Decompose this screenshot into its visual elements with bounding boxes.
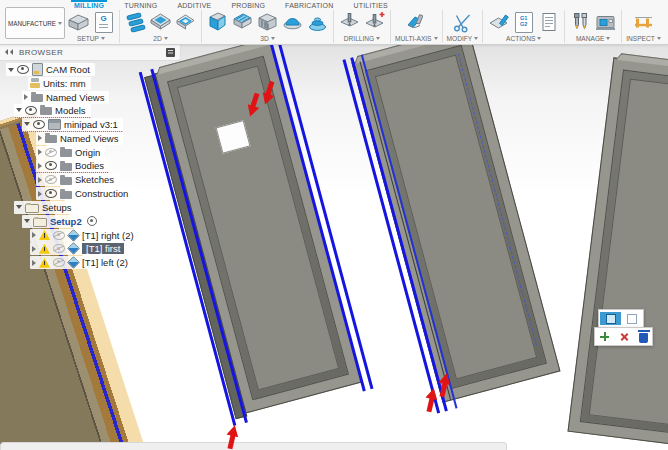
browser-row-cam-root[interactable]: CAM Root: [0, 63, 176, 76]
eye-icon[interactable]: [53, 258, 65, 267]
browser-row-construction[interactable]: Construction: [0, 187, 176, 200]
post-process-icon[interactable]: G1G2: [512, 11, 535, 34]
eye-icon[interactable]: [17, 65, 29, 74]
3d-horizontal-icon[interactable]: [281, 11, 304, 34]
cam-root-icon: [32, 63, 43, 76]
drill-icon[interactable]: [338, 11, 361, 34]
remove-icon[interactable]: [619, 331, 630, 342]
eye-icon[interactable]: [45, 148, 57, 157]
browser-row-named-views[interactable]: Named Views: [0, 91, 176, 104]
group-label-modify[interactable]: MODIFY: [447, 35, 479, 42]
browser-row-op-right[interactable]: [T1] right (2): [0, 229, 176, 242]
folder-icon: [60, 149, 72, 157]
dropdown-caret-icon: [164, 37, 168, 40]
new-setup-icon[interactable]: [67, 11, 90, 34]
expander-icon[interactable]: [24, 219, 30, 223]
dropdown-caret-icon: [657, 37, 661, 40]
group-label-actions[interactable]: ACTIONS: [506, 35, 541, 42]
tab-utilities[interactable]: UTILITIES: [343, 0, 397, 10]
tool-library-icon[interactable]: [569, 11, 592, 34]
browser-row-minipad[interactable]: minipad v3:1: [0, 118, 176, 131]
expander-icon[interactable]: [8, 68, 14, 72]
model-panel-3[interactable]: [568, 57, 668, 447]
2d-contour-icon[interactable]: [174, 11, 197, 34]
add-icon[interactable]: [599, 331, 610, 342]
browser-row-sketches[interactable]: Sketches: [0, 173, 176, 186]
expander-icon[interactable]: [38, 191, 42, 197]
row-label: Units: mm: [43, 78, 86, 89]
delete-icon[interactable]: [639, 333, 648, 343]
expander-icon[interactable]: [16, 108, 22, 112]
browser-row-models[interactable]: Models: [0, 104, 176, 117]
eye-icon[interactable]: [45, 161, 57, 170]
workspace-switcher-button[interactable]: MANUFACTURE: [5, 7, 65, 39]
3d-adaptive-icon[interactable]: [206, 11, 229, 34]
3d-spiral-icon[interactable]: [306, 11, 329, 34]
expander-icon[interactable]: [16, 205, 22, 209]
machine-library-icon[interactable]: [594, 11, 617, 34]
ribbon-groups: G SETUP 2D: [63, 10, 665, 43]
expander-icon[interactable]: [38, 177, 42, 183]
expander-icon[interactable]: [24, 122, 30, 126]
generate-toolpath-icon[interactable]: [487, 11, 510, 34]
nc-program-icon[interactable]: G: [92, 11, 115, 34]
thread-drill-icon[interactable]: [363, 11, 386, 34]
browser-row-named-views-2[interactable]: Named Views: [0, 132, 176, 145]
swarf-icon[interactable]: [405, 11, 428, 34]
browser-row-op-first[interactable]: [T1] first: [0, 242, 176, 255]
component-icon: [48, 119, 61, 130]
setup-sheet-icon[interactable]: [537, 11, 560, 34]
expander-icon[interactable]: [38, 135, 42, 141]
eye-icon[interactable]: [45, 189, 57, 198]
measure-icon[interactable]: [632, 11, 655, 34]
selection-filled-square-icon[interactable]: [600, 312, 621, 325]
2d-pocket-icon[interactable]: [124, 11, 147, 34]
face-icon[interactable]: [149, 11, 172, 34]
tab-milling[interactable]: MILLING: [64, 0, 114, 10]
collapse-panel-icon[interactable]: [5, 48, 14, 56]
tab-probing[interactable]: PROBING: [221, 0, 275, 10]
browser-row-setups[interactable]: Setups: [0, 201, 176, 214]
browser-row-setup2[interactable]: Setup2: [0, 215, 176, 228]
group-label-2d[interactable]: 2D: [153, 35, 167, 42]
group-label-drilling[interactable]: DRILLING: [344, 35, 380, 42]
browser-menu-icon[interactable]: [166, 48, 175, 57]
browser-row-origin[interactable]: Origin: [0, 146, 176, 159]
row-label: Origin: [75, 147, 100, 158]
units-icon: [30, 78, 40, 88]
group-label-manage[interactable]: MANAGE: [576, 35, 611, 42]
expander-icon[interactable]: [32, 246, 36, 252]
tab-fabrication[interactable]: FABRICATION: [275, 0, 343, 10]
eye-icon[interactable]: [33, 120, 45, 129]
warning-icon: [39, 258, 50, 268]
3d-parallel-icon[interactable]: [231, 11, 254, 34]
3d-pocket-icon[interactable]: [256, 11, 279, 34]
group-label-setup[interactable]: SETUP: [77, 35, 105, 42]
group-label-inspect[interactable]: INSPECT: [626, 35, 661, 42]
active-setup-icon: [87, 216, 97, 226]
eye-icon[interactable]: [53, 244, 65, 253]
open-folder-icon: [25, 204, 39, 213]
group-label-multiaxis[interactable]: MULTI-AXIS: [395, 35, 438, 42]
toolbar-group-actions: G1G2 ACTIONS: [482, 10, 564, 43]
eye-icon[interactable]: [53, 231, 65, 240]
expander-icon[interactable]: [32, 260, 36, 266]
selection-outline-square-icon[interactable]: [621, 312, 642, 325]
browser-row-units[interactable]: Units: mm: [0, 77, 176, 90]
row-label: Construction: [75, 188, 128, 199]
eye-icon[interactable]: [45, 175, 57, 184]
expander-icon[interactable]: [38, 163, 42, 169]
group-label-3d[interactable]: 3D: [260, 35, 274, 42]
trim-scissors-icon[interactable]: [451, 11, 474, 34]
expander-icon[interactable]: [24, 94, 28, 100]
browser-row-bodies[interactable]: Bodies: [0, 160, 176, 173]
expander-icon[interactable]: [32, 232, 36, 238]
browser-row-op-left[interactable]: [T1] left (2): [0, 256, 176, 269]
model-panel-2[interactable]: [352, 44, 561, 403]
eye-icon[interactable]: [25, 106, 37, 115]
row-label: [T1] first: [82, 243, 124, 254]
tab-additive[interactable]: ADDITIVE: [167, 0, 221, 10]
tab-turning[interactable]: TURNING: [114, 0, 167, 10]
expander-icon[interactable]: [38, 149, 42, 155]
main-toolbar: MANUFACTURE MILLING TURNING ADDITIVE PRO…: [0, 0, 668, 45]
